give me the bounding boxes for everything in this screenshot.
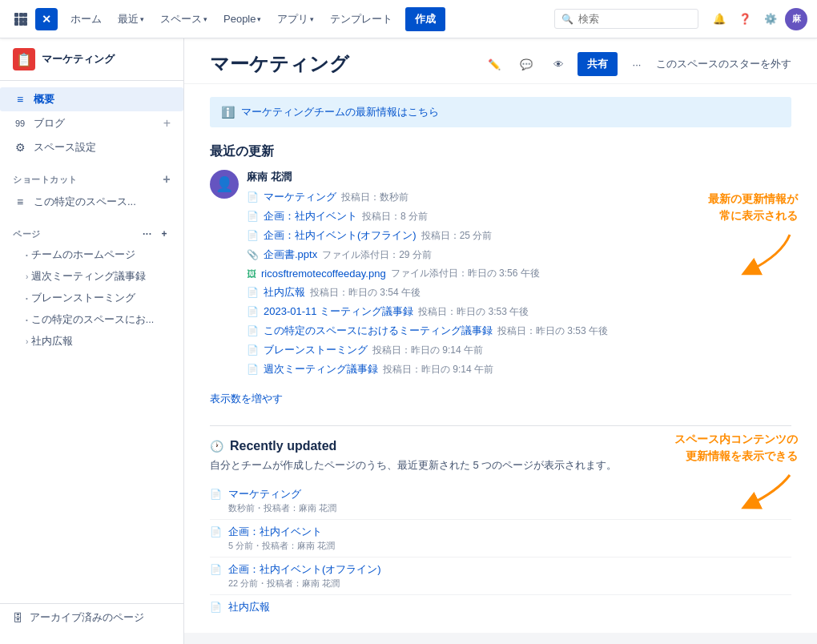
user-name: 麻南 花潤 xyxy=(247,170,791,184)
chevron-down-icon: ▾ xyxy=(257,15,261,23)
svg-rect-5 xyxy=(23,18,27,22)
overview-icon: ≡ xyxy=(13,93,27,106)
ru-link-1[interactable]: 企画：社内イベント xyxy=(228,525,322,537)
clock-icon: 🕐 xyxy=(210,440,223,453)
create-button[interactable]: 作成 xyxy=(405,7,445,31)
app-logo[interactable]: ✕ xyxy=(35,8,58,30)
update-link-8[interactable]: ブレーンストーミング xyxy=(264,343,368,357)
update-meta-0: 投稿日：数秒前 xyxy=(341,191,408,204)
sidebar-page-0[interactable]: • チームのホームページ xyxy=(0,244,183,266)
search-bar[interactable]: 🔍 xyxy=(554,9,698,29)
update-item-6: 📄 2023-01-11 ミーティング議事録 投稿日：昨日の 3:53 午後 xyxy=(247,302,791,321)
recently-updated-title: 🕐 Recently updated xyxy=(210,439,791,453)
chevron-down-icon: ▾ xyxy=(310,15,314,23)
expand-icon[interactable]: › xyxy=(26,337,28,346)
user-avatar[interactable]: 麻 xyxy=(785,8,807,30)
nav-people[interactable]: People ▾ xyxy=(217,10,268,28)
more-options-icon[interactable]: ··· xyxy=(624,51,650,77)
update-meta-2: 投稿日：25 分前 xyxy=(421,229,493,243)
update-meta-6: 投稿日：昨日の 3:53 午後 xyxy=(418,305,529,319)
file-icon: 📎 xyxy=(247,249,259,260)
update-link-5[interactable]: 社内広報 xyxy=(264,285,305,300)
sidebar-page-3[interactable]: • この特定のスペースにお... xyxy=(0,309,183,331)
nav-spaces[interactable]: スペース ▾ xyxy=(154,9,214,30)
update-item-7: 📄 この特定のスペースにおけるミーティング議事録 投稿日：昨日の 3:53 午後 xyxy=(247,321,791,340)
ru-content-2: 企画：社内イベント(オフライン) 22 分前・投稿者：麻南 花潤 xyxy=(228,562,791,590)
doc-icon: ≡ xyxy=(13,195,27,208)
expand-icon[interactable]: › xyxy=(26,272,28,281)
ru-link-3[interactable]: 社内広報 xyxy=(228,601,270,613)
update-link-9[interactable]: 週次ミーティング議事録 xyxy=(264,362,378,376)
update-link-0[interactable]: マーケティング xyxy=(264,190,336,204)
update-link-4[interactable]: ricosftremotecoffeeday.png xyxy=(261,268,386,280)
grid-icon[interactable] xyxy=(10,8,32,30)
sidebar-archive[interactable]: 🗄 アーカイブ済みのページ xyxy=(0,603,183,631)
update-link-6[interactable]: 2023-01-11 ミーティング議事録 xyxy=(264,304,413,319)
update-link-2[interactable]: 企画：社内イベント(オフライン) xyxy=(264,228,417,243)
sidebar-nav: ≡ 概要 99 ブログ + ⚙ スペース設定 xyxy=(0,81,183,166)
pages-more-icon[interactable]: ··· xyxy=(139,227,155,241)
show-more-link[interactable]: 表示数を増やす xyxy=(210,392,283,406)
doc-icon: 📄 xyxy=(247,344,259,356)
sidebar-item-overview[interactable]: ≡ 概要 xyxy=(0,87,183,111)
update-link-7[interactable]: この特定のスペースにおけるミーティング議事録 xyxy=(264,324,493,338)
ru-item-2: 📄 企画：社内イベント(オフライン) 22 分前・投稿者：麻南 花潤 xyxy=(210,557,791,595)
add-shortcut-icon[interactable]: + xyxy=(163,172,171,187)
pages-actions: ··· + xyxy=(139,227,171,241)
edit-icon[interactable]: ✏️ xyxy=(481,51,507,77)
add-page-icon[interactable]: + xyxy=(158,227,171,241)
ru-link-2[interactable]: 企画：社内イベント(オフライン) xyxy=(228,563,381,575)
bullet-icon: • xyxy=(26,316,28,324)
logo-letter: ✕ xyxy=(42,13,51,26)
ru-item-0: 📄 マーケティング 数秒前・投稿者：麻南 花潤 xyxy=(210,482,791,520)
comment-icon[interactable]: 💬 xyxy=(513,51,539,77)
notification-icon[interactable]: 🔔 xyxy=(708,8,730,30)
svg-rect-7 xyxy=(19,22,23,26)
sidebar-page-2[interactable]: • ブレーンストーミング xyxy=(0,288,183,309)
nav-apps[interactable]: アプリ ▾ xyxy=(271,9,320,30)
watch-icon[interactable]: 👁 xyxy=(545,51,571,77)
page-content: ℹ️ マーケティングチームの最新情報はこちら 最近の更新 👤 麻南 花潤 xyxy=(184,84,817,633)
sidebar-item-settings[interactable]: ⚙ スペース設定 xyxy=(0,135,183,159)
recently-updated-section: 🕐 Recently updated 自分とチームが作成したページのうち、最近更… xyxy=(210,439,791,620)
update-meta-5: 投稿日：昨日の 3:54 午後 xyxy=(310,286,421,300)
doc-icon: 📄 xyxy=(210,526,222,537)
doc-icon: 📄 xyxy=(247,306,259,317)
page-title: マーケティング xyxy=(210,51,349,77)
unstar-button[interactable]: このスペースのスターを外す xyxy=(656,57,791,71)
help-icon[interactable]: ❓ xyxy=(734,8,756,30)
ru-meta-2: 22 分前・投稿者：麻南 花潤 xyxy=(228,578,791,590)
add-blog-icon[interactable]: + xyxy=(163,116,171,131)
ru-content-3: 社内広報 xyxy=(228,600,791,615)
sidebar-page-1[interactable]: › 週次ミーティング議事録 xyxy=(0,266,183,288)
svg-rect-1 xyxy=(19,13,23,17)
update-link-3[interactable]: 企画書.pptx xyxy=(264,248,317,262)
nav-recent[interactable]: 最近 ▾ xyxy=(111,9,151,30)
update-meta-8: 投稿日：昨日の 9:14 午前 xyxy=(372,344,483,357)
sidebar-item-blog[interactable]: 99 ブログ + xyxy=(0,111,183,135)
doc-icon: 📄 xyxy=(210,602,222,613)
archive-icon: 🗄 xyxy=(13,612,23,624)
search-input[interactable] xyxy=(578,13,674,25)
layout: 📋 マーケティング ≡ 概要 99 ブログ + ⚙ スペース設定 ショートカット… xyxy=(0,38,817,644)
shortcuts-section: ショートカット + xyxy=(0,166,183,190)
info-icon: ℹ️ xyxy=(221,106,235,119)
nav-home[interactable]: ホーム xyxy=(64,9,108,30)
svg-rect-2 xyxy=(23,13,27,17)
space-name: マーケティング xyxy=(42,52,115,66)
doc-icon: 📄 xyxy=(210,489,222,500)
sidebar-page-4[interactable]: › 社内広報 xyxy=(0,331,183,352)
update-link-1[interactable]: 企画：社内イベント xyxy=(264,209,357,223)
nav-template[interactable]: テンプレート xyxy=(324,9,399,30)
sidebar-item-label: スペース設定 xyxy=(34,140,96,155)
page-actions: ✏️ 💬 👁 共有 ··· このスペースのスターを外す xyxy=(481,51,791,77)
recently-updated-desc: 自分とチームが作成したページのうち、最近更新された 5 つのページが表示されます… xyxy=(210,458,791,473)
share-button[interactable]: 共有 xyxy=(578,52,618,76)
sidebar-shortcut-0[interactable]: ≡ この特定のスペース... xyxy=(0,190,183,214)
sidebar-item-label: この特定のスペース... xyxy=(34,195,136,209)
ru-link-0[interactable]: マーケティング xyxy=(228,488,301,500)
settings-icon[interactable]: ⚙️ xyxy=(759,8,782,30)
sidebar-item-label: ブログ xyxy=(34,116,65,131)
user-avatar: 👤 xyxy=(210,170,239,199)
info-banner-text: マーケティングチームの最新情報はこちら xyxy=(241,105,439,119)
